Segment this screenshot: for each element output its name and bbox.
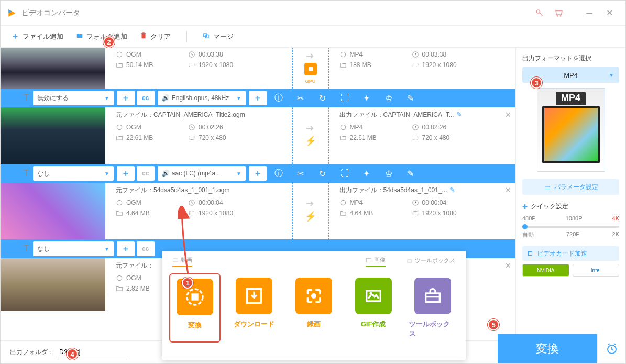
subtitle-t-icon: T: [24, 93, 29, 103]
audio-value: aac (LC) (mp4a .: [172, 170, 219, 177]
tile-download[interactable]: ダウンロード: [229, 273, 280, 343]
film-preview-image: [542, 106, 600, 163]
remove-item-button[interactable]: ✕: [505, 186, 511, 194]
edit-icon[interactable]: ✎: [400, 89, 422, 107]
subtitle-select[interactable]: 無効にする▼: [33, 91, 114, 105]
merge-button[interactable]: マージ: [203, 32, 234, 41]
clock-icon: [412, 124, 419, 131]
cc-button[interactable]: cc: [137, 241, 155, 256]
add-file-label: ファイル追加: [23, 32, 63, 41]
thumbnail[interactable]: [1, 258, 105, 311]
rotate-icon[interactable]: ↻: [312, 164, 334, 183]
dst-format: MP4: [350, 124, 363, 131]
info-icon[interactable]: ⓘ: [268, 164, 290, 183]
svg-point-6: [341, 52, 345, 57]
remove-item-button[interactable]: ✕: [505, 111, 511, 119]
format-icon: [116, 51, 123, 58]
svg-rect-5: [308, 67, 312, 71]
svg-rect-11: [189, 136, 194, 140]
edit-filename-icon[interactable]: ✎: [449, 186, 455, 194]
clock-icon: [188, 51, 195, 58]
popup-tab-tools[interactable]: ツールボックス: [407, 256, 455, 267]
speaker-icon: 🔊: [162, 94, 170, 102]
add-subtitle-button[interactable]: ＋: [117, 241, 135, 256]
cc-button[interactable]: cc: [137, 91, 155, 105]
schedule-button[interactable]: [597, 334, 625, 363]
svg-rect-24: [173, 259, 178, 262]
bolt-icon: ⚡: [305, 211, 316, 222]
resolution-slider[interactable]: [522, 226, 619, 228]
add-audio-button[interactable]: ＋: [249, 91, 267, 105]
src-format: OGM: [126, 274, 141, 282]
format-icon: [116, 124, 123, 131]
license-key-icon[interactable]: [529, 5, 549, 21]
add-subtitle-button[interactable]: ＋: [117, 91, 135, 105]
separator: [186, 31, 187, 42]
watermark-icon[interactable]: ♔: [378, 164, 400, 183]
effects-icon[interactable]: ✦: [356, 89, 378, 107]
annotation-badge-2: 2: [103, 36, 115, 48]
add-audio-button[interactable]: ＋: [249, 166, 267, 181]
cart-icon[interactable]: [549, 5, 569, 21]
tile-convert[interactable]: 変換: [169, 273, 221, 343]
dst-size: 4.64 MB: [350, 209, 374, 217]
toolbox-icon: [407, 258, 413, 264]
thumbnail[interactable]: [1, 48, 105, 89]
audio-select[interactable]: 🔊English opus, 48kHz▼: [158, 91, 246, 105]
subtitle-select[interactable]: なし▼: [33, 241, 114, 256]
edit-icon[interactable]: ✎: [400, 164, 422, 183]
format-icon: [339, 124, 347, 131]
chevron-down-icon: ▼: [236, 95, 241, 101]
popup-tab-video[interactable]: 動画: [172, 256, 192, 267]
parameter-settings-button[interactable]: パラメータ設定: [522, 179, 619, 195]
audio-select[interactable]: 🔊aac (LC) (mp4a .▼: [158, 166, 246, 181]
thumbnail[interactable]: [1, 107, 105, 164]
popup-tab-image[interactable]: 画像: [366, 256, 386, 267]
gpu-accel-button[interactable]: ビデオカード加速: [522, 246, 619, 261]
folder-icon: [116, 61, 123, 69]
crop-icon[interactable]: ⛶: [334, 89, 356, 107]
close-button[interactable]: ✕: [599, 5, 619, 21]
clear-label: クリア: [150, 32, 171, 41]
rotate-icon[interactable]: ↻: [312, 89, 334, 107]
subtitle-t-icon: T: [24, 244, 29, 253]
edit-filename-icon[interactable]: ✎: [456, 111, 462, 118]
src-file-name: CAPTAIN_AMERICA_Title2.ogm: [153, 111, 245, 118]
tile-gif[interactable]: GIF作成: [348, 273, 399, 343]
format-icon: [116, 199, 123, 206]
svg-point-2: [117, 52, 122, 57]
cc-button[interactable]: cc: [137, 166, 155, 181]
convert-button[interactable]: 変換: [498, 334, 597, 363]
file-item: 元ファイル：CAPTAIN_AMERICA_Title2.ogm OGM 00:…: [1, 107, 515, 183]
tile-toolbox[interactable]: ツールボックス: [407, 273, 458, 343]
nvidia-badge[interactable]: NVIDIA: [522, 264, 569, 277]
add-folder-button[interactable]: フォルダ追加: [76, 32, 127, 41]
dst-file-label: 出力ファイル：: [339, 111, 383, 118]
quick-settings-heading: ✚クイック設定: [522, 202, 619, 211]
add-file-button[interactable]: ＋ファイル追加: [11, 31, 63, 42]
src-file-label: 元ファイル：: [116, 262, 153, 269]
remove-item-button[interactable]: ✕: [505, 261, 511, 270]
format-value: MP4: [564, 71, 578, 79]
cut-icon[interactable]: ✂: [290, 164, 312, 183]
effects-icon[interactable]: ✦: [356, 164, 378, 183]
intel-badge[interactable]: Intel: [573, 264, 620, 277]
minimize-button[interactable]: ─: [579, 5, 599, 21]
watermark-icon[interactable]: ♔: [378, 89, 400, 107]
tile-record[interactable]: 録画: [288, 273, 339, 343]
slider-thumb[interactable]: [522, 224, 528, 229]
crop-icon[interactable]: ⛶: [334, 164, 356, 183]
bolt-icon: ⚡: [305, 135, 316, 147]
cut-icon[interactable]: ✂: [290, 89, 312, 107]
feature-popup: 動画 画像 ツールボックス 変換 ダウンロード 録画 GIF作成: [162, 251, 466, 360]
src-format: OGM: [126, 51, 141, 58]
thumbnail[interactable]: [1, 183, 105, 239]
add-subtitle-button[interactable]: ＋: [117, 166, 135, 181]
clear-button[interactable]: クリア: [140, 32, 171, 41]
subtitle-select[interactable]: なし▼: [33, 166, 114, 181]
svg-rect-22: [529, 252, 532, 256]
right-panel: 出力フォーマットを選択 MP4▼ MP4 パラメータ設定 ✚クイック設定 480…: [515, 48, 625, 363]
info-icon[interactable]: ⓘ: [268, 89, 290, 107]
src-resolution: 1920 x 1080: [199, 209, 233, 217]
merge-label: マージ: [213, 32, 234, 41]
